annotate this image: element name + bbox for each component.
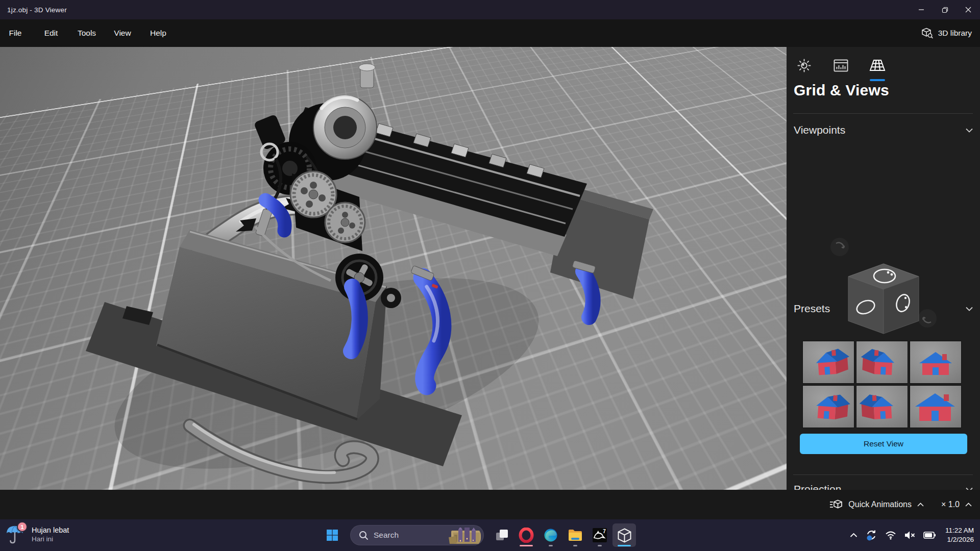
taskbar-app-rhino-7[interactable]: 7 [588, 523, 611, 547]
viewport-3d[interactable] [0, 47, 787, 490]
tab-stats[interactable] [829, 54, 852, 77]
reset-view-button[interactable]: Reset View [800, 434, 967, 454]
presets-label: Presets [794, 303, 830, 315]
app-indicator [573, 545, 577, 546]
titlebar: 1jz.obj - 3D Viewer [0, 0, 980, 19]
battery-icon[interactable] [923, 532, 936, 539]
tab-lighting[interactable] [793, 54, 815, 77]
task-view-icon [495, 529, 508, 542]
stats-window-icon [834, 59, 848, 72]
presets-section-header[interactable]: Presets [794, 301, 973, 316]
window-title: 1jz.obj - 3D Viewer [7, 6, 67, 14]
tab-grid-views[interactable] [866, 54, 889, 77]
preset-thumb-6[interactable] [910, 385, 962, 428]
presets-grid [802, 341, 964, 428]
app-indicator-active [618, 545, 631, 546]
menu-file[interactable]: File [0, 24, 33, 42]
svg-text:7: 7 [603, 529, 606, 534]
preset-thumb-2[interactable] [856, 341, 908, 384]
weather-subtitle: Hari ini [32, 535, 69, 543]
sun-icon [797, 59, 811, 72]
system-tray: 11:22 AM 1/2/2026 [850, 519, 977, 551]
preset-thumb-1[interactable] [802, 341, 854, 384]
restore-button[interactable] [933, 0, 957, 19]
panel-tabs [793, 54, 889, 77]
taskbar-search[interactable] [350, 525, 484, 545]
menu-view[interactable]: View [105, 24, 140, 42]
divider [793, 113, 973, 114]
rotate-left-button[interactable] [830, 238, 849, 256]
opera-icon [519, 528, 534, 543]
tray-chevron-up-icon[interactable] [850, 533, 857, 538]
menu-tools[interactable]: Tools [69, 24, 105, 42]
screen: 1jz.obj - 3D Viewer File Edit Tools View… [0, 0, 980, 551]
restore-icon [942, 7, 948, 13]
preset-thumb-3[interactable] [910, 341, 962, 384]
animation-speed-control[interactable]: × 1.0 [941, 500, 972, 509]
viewpoints-section-header[interactable]: Viewpoints [794, 122, 973, 138]
taskbar-app-3d-viewer[interactable] [612, 523, 636, 547]
close-button[interactable] [957, 0, 980, 19]
sync-icon[interactable] [865, 529, 877, 541]
projection-section-header[interactable]: Projection [794, 482, 973, 490]
turbo-inlet [333, 116, 357, 139]
app-indicator [598, 545, 602, 546]
menu-edit[interactable]: Edit [33, 24, 69, 42]
edge-icon [544, 528, 558, 542]
alternator-hub [282, 161, 298, 176]
chevron-up-icon [965, 503, 972, 507]
quick-animations-control[interactable]: Quick Animations [829, 499, 924, 510]
app-statusbar: Quick Animations × 1.0 [0, 490, 980, 519]
search-input[interactable] [374, 531, 440, 540]
active-tab-underline [870, 79, 885, 81]
volume-muted-icon[interactable] [904, 531, 916, 540]
preset-thumb-4[interactable] [802, 385, 854, 428]
divider [793, 474, 973, 475]
engine-model[interactable] [0, 47, 787, 490]
cam-gear-2 [325, 203, 365, 242]
grid-plane-icon [869, 59, 886, 71]
start-button[interactable] [321, 523, 344, 547]
app-indicator [520, 545, 533, 546]
window-controls [910, 0, 980, 19]
chevron-down-icon [966, 307, 973, 311]
speed-label: × 1.0 [941, 500, 960, 509]
menu-help[interactable]: Help [140, 24, 176, 42]
wifi-icon[interactable] [885, 531, 896, 540]
preset-thumb-5[interactable] [856, 385, 908, 428]
3d-library-label: 3D library [938, 29, 972, 38]
taskbar-app-task-view[interactable] [490, 523, 513, 547]
taskbar-app-edge[interactable] [539, 523, 562, 547]
blue-hose-center [351, 287, 360, 351]
chevron-up-icon [917, 503, 924, 507]
quick-animations-label: Quick Animations [848, 500, 912, 509]
taskbar-app-file-explorer[interactable] [564, 523, 587, 547]
taskbar-app-opera[interactable] [514, 523, 538, 547]
search-icon [359, 531, 369, 540]
minimize-button[interactable] [910, 0, 933, 19]
folder-icon [568, 529, 583, 542]
taskbar-center: 7 [321, 523, 636, 547]
menubar: File Edit Tools View Help 3D library [0, 19, 980, 47]
rhino-7-icon: 7 [592, 528, 607, 543]
weather-widget[interactable]: 1 Hujan lebat Hari ini [5, 523, 69, 545]
projection-label: Projection [794, 483, 841, 490]
close-icon [965, 7, 971, 13]
idler-hub [387, 294, 395, 302]
tray-time: 11:22 AM [945, 526, 974, 535]
app-indicator [549, 545, 553, 546]
clock[interactable]: 11:22 AM 1/2/2026 [945, 526, 974, 544]
taskbar: 1 Hujan lebat Hari ini [0, 519, 980, 551]
minimize-icon [918, 7, 924, 13]
cube[interactable] [848, 264, 919, 334]
blue-hose-far-right [583, 271, 593, 317]
search-daily-image[interactable] [436, 528, 481, 546]
viewpoints-label: Viewpoints [794, 124, 845, 136]
3d-library-button[interactable]: 3D library [921, 28, 972, 39]
tray-date: 1/2/2026 [945, 535, 974, 544]
side-panel: Grid & Views Viewpoints Prese [787, 47, 980, 490]
weather-title: Hujan lebat [32, 526, 69, 534]
castle-image [436, 528, 481, 544]
panel-title: Grid & Views [794, 82, 889, 99]
chevron-down-icon [966, 128, 973, 133]
